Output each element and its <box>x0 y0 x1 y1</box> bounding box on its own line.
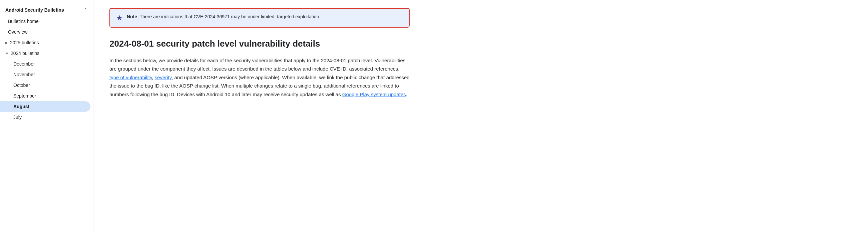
sidebar-item-october[interactable]: October <box>0 80 90 90</box>
note-body: : There are indications that CVE-2024-36… <box>137 14 320 19</box>
type-of-vulnerability-link[interactable]: type of vulnerability <box>110 75 152 80</box>
google-play-system-updates-link[interactable]: Google Play system updates <box>342 91 406 97</box>
september-label: September <box>13 93 36 99</box>
chevron-up-icon: ⌃ <box>84 7 88 13</box>
section-2024-label: 2024 bulletins <box>11 50 39 56</box>
sidebar-title: Android Security Bulletins <box>5 7 64 13</box>
sidebar-item-august[interactable]: August <box>0 101 90 112</box>
collapse-arrow-2025 <box>5 41 8 45</box>
sidebar-title-row[interactable]: Android Security Bulletins ⌃ <box>0 4 93 16</box>
body-paragraph: In the sections below, we provide detail… <box>110 56 410 99</box>
body-text-4: . <box>406 91 407 97</box>
section-2025-label: 2025 bulletins <box>10 40 39 45</box>
note-bold-label: Note <box>127 14 137 19</box>
body-text-2: , <box>152 75 154 80</box>
note-box: ★ Note: There are indications that CVE-2… <box>110 8 410 28</box>
main-content: ★ Note: There are indications that CVE-2… <box>93 0 868 231</box>
severity-link[interactable]: severity <box>155 75 172 80</box>
collapse-arrow-2024 <box>5 51 9 55</box>
sidebar-item-december[interactable]: December <box>0 59 90 69</box>
sidebar-item-november[interactable]: November <box>0 69 90 80</box>
july-label: July <box>13 115 22 120</box>
december-label: December <box>13 61 35 67</box>
sidebar-item-july[interactable]: July <box>0 112 90 122</box>
sidebar-item-bulletins-home[interactable]: Bulletins home <box>0 16 90 27</box>
star-icon: ★ <box>116 14 123 22</box>
november-label: November <box>13 72 35 77</box>
sidebar-section-2024[interactable]: 2024 bulletins <box>0 48 93 59</box>
october-label: October <box>13 82 30 88</box>
august-label: August <box>13 104 29 109</box>
section-heading: 2024-08-01 security patch level vulnerab… <box>110 38 852 49</box>
sidebar-item-september[interactable]: September <box>0 90 90 101</box>
note-text: Note: There are indications that CVE-202… <box>127 13 320 20</box>
sidebar-item-overview[interactable]: Overview <box>0 27 90 37</box>
bulletins-home-label: Bulletins home <box>8 18 39 24</box>
overview-label: Overview <box>8 29 27 35</box>
sidebar-section-2025[interactable]: 2025 bulletins <box>0 37 93 48</box>
sidebar: Android Security Bulletins ⌃ Bulletins h… <box>0 0 93 231</box>
body-text-1: In the sections below, we provide detail… <box>110 57 405 72</box>
